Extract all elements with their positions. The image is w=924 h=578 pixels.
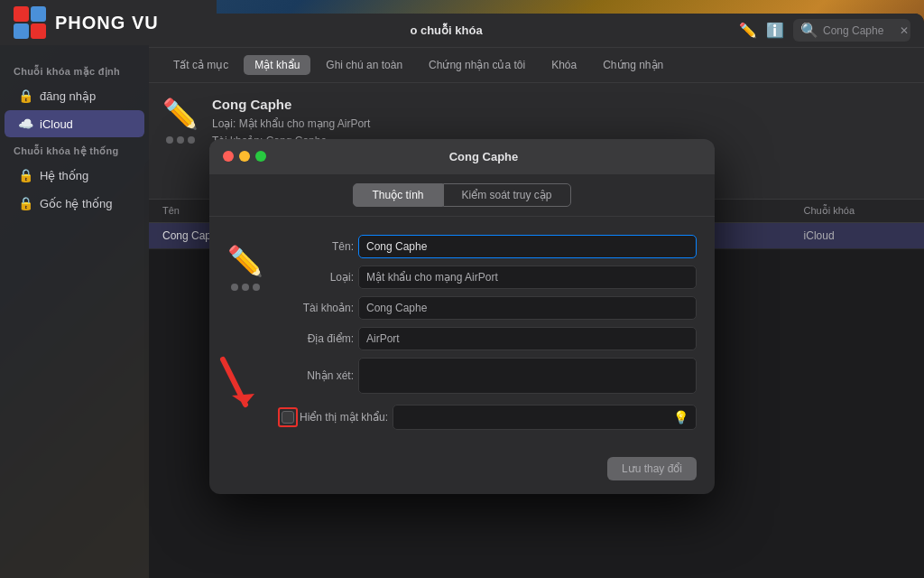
dialog-title: Cong Caphe bbox=[266, 150, 701, 163]
show-password-checkbox[interactable] bbox=[282, 411, 294, 424]
form-label-hienthi: Hiển thị mật khẩu: bbox=[300, 411, 388, 424]
dialog-dot-2 bbox=[242, 284, 249, 291]
dialog: Cong Caphe Thuộc tính Kiểm soát truy cập… bbox=[209, 139, 715, 494]
form-label-loai: Loại: bbox=[282, 271, 354, 284]
form-static-diadiem: AirPort bbox=[358, 327, 697, 350]
form-row-ten: Tên: bbox=[282, 235, 697, 258]
password-row: Hiển thị mật khẩu: 💡 bbox=[282, 405, 697, 430]
dialog-icon-area: ✏️ bbox=[227, 235, 263, 430]
form-row-nhanxet: Nhận xét: bbox=[282, 358, 697, 394]
password-field-area[interactable]: 💡 bbox=[393, 405, 697, 430]
form-label-nhanxet: Nhận xét: bbox=[282, 369, 354, 382]
form-static-taikhoan: Cong Caphe bbox=[358, 296, 697, 320]
dialog-dot-3 bbox=[253, 284, 260, 291]
dialog-titlebar: Cong Caphe bbox=[209, 139, 715, 174]
save-button[interactable]: Lưu thay đổi bbox=[607, 457, 697, 480]
form-label-taikhoan: Tài khoản: bbox=[282, 302, 354, 314]
form-row-loai: Loại: Mật khẩu cho mạng AirPort bbox=[282, 266, 697, 289]
checkbox-wrapper[interactable]: Hiển thị mật khẩu: bbox=[282, 411, 388, 424]
traffic-lights bbox=[223, 151, 266, 162]
dialog-tab-bar: Thuộc tính Kiểm soát truy cập bbox=[209, 174, 715, 217]
checkbox-container[interactable] bbox=[282, 411, 294, 424]
dialog-footer: Lưu thay đổi bbox=[209, 448, 715, 494]
close-button[interactable] bbox=[223, 151, 234, 162]
form-input-ten[interactable] bbox=[358, 235, 697, 258]
dialog-overlay: Cong Caphe Thuộc tính Kiểm soát truy cập… bbox=[0, 0, 924, 578]
form-static-loai: Mật khẩu cho mạng AirPort bbox=[358, 266, 697, 289]
dialog-pencil-icon: ✏️ bbox=[227, 244, 263, 278]
eye-icon[interactable]: 💡 bbox=[673, 410, 688, 424]
form-row-diadiem: Địa điểm: AirPort bbox=[282, 327, 697, 350]
form-label-ten: Tên: bbox=[282, 240, 354, 253]
minimize-button[interactable] bbox=[239, 151, 250, 162]
dialog-content: ✏️ Tên: Loại: Mật khẩu cho mạng AirPort bbox=[209, 217, 715, 448]
maximize-button[interactable] bbox=[255, 151, 266, 162]
form-area: Tên: Loại: Mật khẩu cho mạng AirPort Tài… bbox=[282, 235, 697, 430]
dialog-tab-thuoctinh[interactable]: Thuộc tính bbox=[353, 183, 442, 207]
dialog-tab-kiemsoa[interactable]: Kiểm soát truy cập bbox=[443, 183, 571, 207]
dialog-dots-row bbox=[231, 284, 260, 291]
form-label-diadiem: Địa điểm: bbox=[282, 332, 354, 345]
form-row-taikhoan: Tài khoản: Cong Caphe bbox=[282, 296, 697, 320]
dialog-dot-1 bbox=[231, 284, 238, 291]
form-textarea-nhanxet[interactable] bbox=[358, 358, 697, 394]
